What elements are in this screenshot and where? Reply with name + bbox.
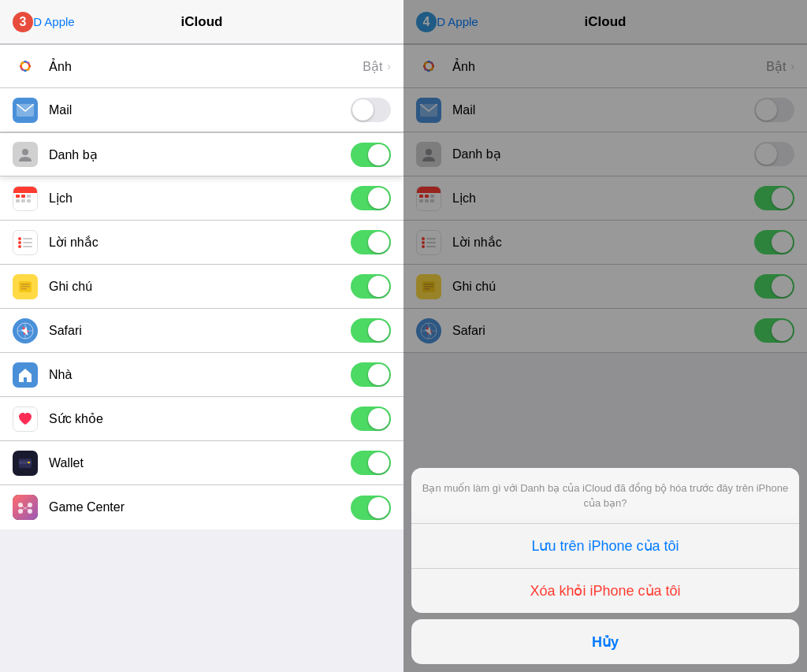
step-badge-3: 3: [13, 12, 33, 32]
left-mail-label: Mail: [49, 103, 351, 117]
svg-rect-15: [16, 195, 20, 198]
calendar-icon: [13, 186, 38, 211]
notes-icon: [13, 274, 38, 299]
left-photos-value: Bật: [363, 59, 382, 74]
svg-rect-28: [20, 284, 30, 285]
contacts-icon: [13, 142, 38, 167]
left-wallet-label: Wallet: [49, 456, 351, 470]
left-back-label: ID Apple: [30, 15, 75, 28]
left-contacts-toggle[interactable]: [351, 143, 391, 167]
action-sheet-message: Bạn muốn làm gì với Danh bạ của iCloud đ…: [411, 468, 799, 517]
left-wallet-toggle[interactable]: [351, 451, 391, 475]
svg-rect-26: [23, 246, 32, 247]
health-icon: [13, 407, 38, 432]
svg-rect-19: [21, 199, 25, 202]
left-row-mail[interactable]: Mail: [0, 88, 404, 132]
home-icon: [13, 362, 38, 388]
left-reminders-toggle[interactable]: [351, 230, 391, 254]
left-home-toggle[interactable]: [351, 362, 391, 387]
left-row-safari[interactable]: Safari: [0, 309, 404, 353]
svg-point-22: [18, 241, 21, 244]
left-contacts-label: Danh bạ: [49, 147, 351, 162]
left-header-title: iCloud: [181, 14, 223, 30]
action-sheet-overlay: Bạn muốn làm gì với Danh bạ của iCloud đ…: [404, 0, 807, 672]
left-panel: 3 ID Apple iCloud: [0, 0, 404, 672]
gamecenter-icon: [13, 495, 38, 520]
svg-point-10: [22, 63, 28, 69]
svg-rect-24: [23, 238, 32, 239]
right-panel: 4 ID Apple iCloud: [404, 0, 807, 672]
left-calendar-toggle[interactable]: [351, 186, 391, 210]
left-row-photos[interactable]: Ảnh Bật ›: [0, 44, 404, 88]
left-mail-toggle[interactable]: [351, 98, 391, 122]
svg-point-23: [18, 245, 21, 248]
reminders-icon: [13, 230, 38, 255]
left-row-calendar[interactable]: Lịch: [0, 176, 404, 221]
left-health-label: Sức khỏe: [49, 411, 351, 426]
left-row-gamecenter[interactable]: Game Center: [0, 485, 404, 529]
left-settings-list: Ảnh Bật › Mail: [0, 44, 404, 672]
left-safari-toggle[interactable]: [351, 318, 391, 343]
left-photos-label: Ảnh: [49, 59, 363, 74]
left-back-button[interactable]: 3 ID Apple: [6, 15, 75, 28]
svg-rect-18: [16, 199, 20, 202]
left-header: 3 ID Apple iCloud: [0, 0, 404, 44]
svg-rect-16: [21, 195, 25, 198]
svg-rect-14: [13, 187, 37, 193]
left-gamecenter-toggle[interactable]: [351, 496, 391, 520]
svg-point-12: [22, 149, 28, 155]
left-row-contacts[interactable]: Danh bạ: [0, 132, 404, 176]
delete-button[interactable]: Xóa khỏi iPhone của tôi: [411, 568, 799, 613]
save-button[interactable]: Lưu trên iPhone của tôi: [411, 523, 799, 568]
left-reminders-label: Lời nhắc: [49, 235, 351, 250]
cancel-label: Hủy: [592, 633, 619, 651]
delete-label: Xóa khỏi iPhone của tôi: [530, 582, 680, 600]
wallet-icon: [13, 451, 38, 476]
action-sheet-description: Bạn muốn làm gì với Danh bạ của iCloud đ…: [422, 482, 788, 509]
action-sheet: Bạn muốn làm gì với Danh bạ của iCloud đ…: [411, 468, 799, 664]
action-sheet-message-group: Bạn muốn làm gì với Danh bạ của iCloud đ…: [411, 468, 799, 613]
svg-rect-17: [27, 195, 31, 198]
left-calendar-label: Lịch: [49, 191, 351, 206]
left-gamecenter-label: Game Center: [49, 500, 351, 514]
svg-rect-25: [23, 242, 32, 243]
svg-rect-20: [27, 199, 31, 202]
left-row-home[interactable]: Nhà: [0, 353, 404, 397]
svg-rect-30: [20, 288, 27, 290]
left-row-notes[interactable]: Ghi chú: [0, 265, 404, 309]
photos-icon: [13, 54, 38, 79]
svg-point-21: [18, 237, 21, 240]
left-notes-label: Ghi chú: [49, 280, 351, 294]
svg-rect-29: [20, 286, 30, 288]
cancel-button[interactable]: Hủy: [411, 619, 799, 664]
left-home-label: Nhà: [49, 368, 351, 382]
left-row-health[interactable]: Sức khỏe: [0, 397, 404, 441]
left-notes-toggle[interactable]: [351, 274, 391, 299]
left-photos-chevron: ›: [387, 60, 391, 72]
safari-icon: [13, 318, 38, 343]
left-row-wallet[interactable]: Wallet: [0, 441, 404, 485]
left-health-toggle[interactable]: [351, 407, 391, 431]
left-safari-label: Safari: [49, 324, 351, 338]
svg-rect-39: [28, 462, 30, 463]
left-row-reminders[interactable]: Lời nhắc: [0, 221, 404, 265]
mail-icon: [13, 98, 38, 123]
save-label: Lưu trên iPhone của tôi: [531, 537, 679, 555]
svg-rect-41: [13, 495, 38, 520]
